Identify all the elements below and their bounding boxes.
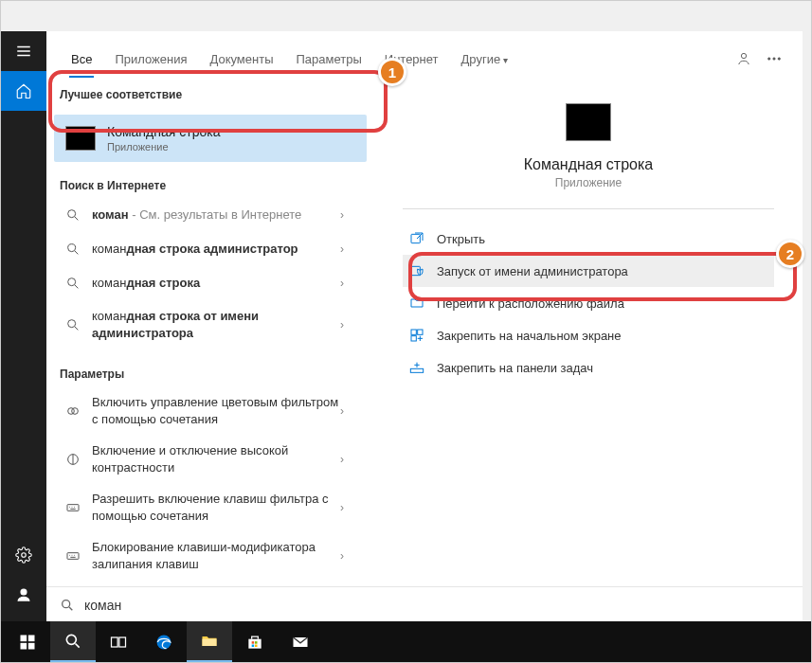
section-web: Поиск в Интернете: [60, 179, 361, 192]
svg-rect-23: [28, 635, 35, 641]
search-icon: [63, 274, 82, 293]
hamburger-button[interactable]: [1, 31, 46, 71]
svg-rect-33: [252, 644, 255, 647]
svg-point-0: [22, 553, 27, 558]
chevron-right-icon: ›: [340, 404, 357, 418]
svg-rect-19: [411, 336, 416, 341]
taskbar: [1, 621, 811, 662]
svg-point-5: [778, 58, 780, 60]
chevron-right-icon: ›: [340, 242, 357, 256]
settings-result-1[interactable]: Включение и отключение высокой контрастн…: [60, 435, 361, 483]
svg-rect-32: [255, 641, 258, 644]
pin-start-icon: [406, 327, 427, 344]
explorer-icon[interactable]: [187, 621, 232, 662]
tab-apps[interactable]: Приложения: [103, 45, 198, 74]
svg-rect-18: [418, 330, 423, 334]
chevron-right-icon: ›: [340, 277, 357, 290]
chevron-right-icon: ›: [340, 318, 357, 332]
divider: [403, 208, 774, 209]
svg-rect-22: [21, 635, 27, 641]
search-icon: [63, 206, 82, 224]
svg-point-2: [741, 53, 746, 58]
preview-title: Командная строка: [403, 156, 774, 173]
preview-app-icon: [566, 103, 611, 141]
cmd-icon: [65, 126, 96, 151]
chevron-right-icon: ›: [340, 549, 357, 563]
edge-icon[interactable]: [141, 621, 187, 662]
search-box[interactable]: [46, 586, 803, 622]
svg-point-1: [21, 589, 27, 595]
settings-result-0[interactable]: Включить управление цветовым фильтром с …: [60, 386, 361, 435]
search-icon: [63, 315, 82, 334]
action-pin-start[interactable]: Закрепить на начальном экране: [403, 319, 774, 351]
svg-rect-31: [252, 641, 255, 644]
svg-point-4: [773, 58, 775, 60]
svg-point-9: [68, 319, 76, 327]
search-input[interactable]: [84, 598, 789, 613]
admin-shield-icon: [406, 262, 427, 279]
taskbar-search-button[interactable]: [50, 621, 96, 662]
web-result-2[interactable]: командная строка ›: [60, 266, 361, 300]
action-run-as-admin[interactable]: Запуск от имени администратора: [403, 255, 774, 287]
svg-rect-30: [203, 638, 217, 646]
settings-result-2[interactable]: Разрешить включение клавиш фильтра с пом…: [60, 483, 361, 531]
contrast-icon: [63, 450, 82, 469]
tab-all[interactable]: Все: [60, 45, 103, 74]
preview-subtitle: Приложение: [403, 176, 774, 189]
action-file-location[interactable]: Перейти к расположению файла: [403, 287, 774, 319]
settings-rail-button[interactable]: [1, 535, 46, 575]
pin-taskbar-icon: [406, 359, 427, 376]
svg-rect-24: [21, 642, 27, 649]
color-filter-icon: [63, 402, 82, 421]
tab-settings[interactable]: Параметры: [284, 45, 372, 74]
svg-point-6: [68, 210, 76, 218]
action-pin-taskbar[interactable]: Закрепить на панели задач: [403, 351, 774, 384]
web-result-0[interactable]: коман - См. результаты в Интернете ›: [60, 198, 361, 232]
start-search-panel: Все Приложения Документы Параметры Интер…: [1, 31, 803, 622]
store-icon[interactable]: [232, 621, 278, 662]
svg-rect-27: [112, 637, 118, 647]
svg-point-11: [72, 407, 79, 414]
chevron-right-icon: ›: [340, 501, 357, 514]
best-match-item[interactable]: Командная строка Приложение: [54, 115, 367, 162]
svg-rect-20: [410, 368, 423, 372]
search-icon: [63, 240, 82, 259]
mail-icon[interactable]: [278, 621, 323, 662]
annotation-badge-2: 2: [776, 240, 804, 268]
web-result-1[interactable]: командная строка администратор ›: [60, 232, 361, 266]
start-button[interactable]: [5, 621, 50, 662]
svg-point-26: [66, 635, 76, 644]
filter-tabs: Все Приложения Документы Параметры Интер…: [46, 31, 803, 77]
svg-rect-25: [28, 642, 35, 649]
svg-point-7: [68, 244, 76, 252]
section-settings: Параметры: [60, 367, 361, 381]
svg-point-21: [63, 600, 70, 607]
chevron-right-icon: ›: [340, 208, 357, 222]
best-match-subtitle: Приложение: [107, 141, 220, 152]
keyboard-icon: [63, 547, 82, 565]
feedback-icon[interactable]: [729, 44, 759, 74]
account-rail-button[interactable]: [1, 575, 46, 615]
action-open[interactable]: Открыть: [403, 223, 774, 255]
keyboard-icon: [63, 498, 82, 517]
results-column: Лучшее соответствие Командная строка При…: [46, 77, 374, 622]
svg-point-8: [68, 278, 76, 286]
svg-rect-34: [255, 644, 258, 647]
svg-rect-13: [67, 504, 79, 511]
annotation-badge-1: 1: [378, 58, 406, 86]
svg-point-3: [768, 58, 770, 60]
content-area: Все Приложения Документы Параметры Интер…: [46, 31, 803, 622]
more-options-icon[interactable]: [759, 44, 789, 74]
tab-more[interactable]: Другие▾: [450, 45, 520, 74]
svg-rect-17: [411, 330, 416, 334]
web-result-3[interactable]: командная строка от имени администратора…: [60, 300, 361, 349]
open-icon: [406, 230, 427, 247]
task-view-button[interactable]: [96, 621, 141, 662]
svg-rect-28: [119, 637, 126, 647]
home-button[interactable]: [1, 71, 46, 111]
folder-icon: [406, 295, 427, 312]
tab-docs[interactable]: Документы: [198, 45, 284, 74]
svg-rect-14: [67, 553, 79, 560]
chevron-right-icon: ›: [340, 453, 357, 466]
settings-result-3[interactable]: Блокирование клавиши-модификатора залипа…: [60, 531, 361, 580]
